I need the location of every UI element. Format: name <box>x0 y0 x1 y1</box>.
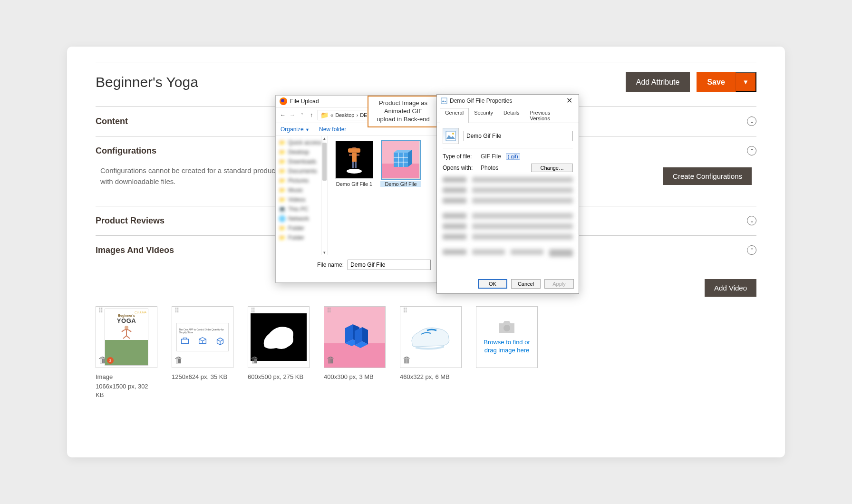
path-segment[interactable]: DE <box>360 112 367 118</box>
folder-icon: 📁 <box>320 111 329 119</box>
caret-down-icon: ▼ <box>743 78 749 86</box>
path-chevron-icon: « <box>330 112 333 118</box>
tab-general[interactable]: General <box>440 108 469 123</box>
path-chevron-icon: › <box>356 112 358 118</box>
filename-input[interactable] <box>348 260 431 270</box>
svg-rect-5 <box>352 153 357 162</box>
thumbnail-preview: ◯ LUMA Beginner's YOGA 3 <box>105 309 148 366</box>
thumbnail-caption: 600x500 px, 275 KB <box>248 373 310 381</box>
filename-label: File name: <box>317 262 344 268</box>
path-segment[interactable]: Desktop <box>335 112 354 118</box>
dialog-sidebar[interactable]: 📁Quick access 📁Desktop 📁Downloads 📁Docum… <box>276 136 328 255</box>
configurations-message: Configurations cannot be created for a s… <box>100 165 281 187</box>
divider <box>96 62 756 62</box>
image-thumbnail[interactable]: ⠿ 🗑 <box>400 306 462 368</box>
firefox-icon <box>280 97 287 105</box>
add-video-button[interactable]: Add Video <box>705 279 756 297</box>
trash-icon[interactable]: 🗑 <box>98 355 107 365</box>
svg-rect-7 <box>355 162 357 168</box>
caret-down-icon: ▼ <box>305 127 310 132</box>
svg-rect-6 <box>352 162 354 168</box>
chevron-down-icon[interactable]: ⌄ <box>747 216 756 225</box>
save-button[interactable]: Save <box>697 72 735 92</box>
file-item[interactable]: Demo Gif File <box>380 141 421 187</box>
organize-menu[interactable]: Organize ▼ <box>281 126 310 133</box>
drag-handle-icon[interactable]: ⠿ <box>174 309 179 312</box>
header-actions: Add Attribute Save ▼ <box>626 72 756 92</box>
ok-button[interactable]: OK <box>478 279 507 289</box>
image-file-icon <box>441 97 447 104</box>
svg-point-12 <box>452 133 454 135</box>
image-thumbnail[interactable]: ⠿ 🗑 <box>248 306 310 368</box>
scroll-thumb[interactable] <box>322 143 327 181</box>
image-thumbnail[interactable]: ⠿ <box>324 306 386 368</box>
save-dropdown-button[interactable]: ▼ <box>736 72 756 92</box>
properties-body: Type of file: GIF File (.gif) Opens with… <box>437 123 579 258</box>
file-properties-dialog: Demo Gif File Properties ✕ General Secur… <box>436 94 579 294</box>
type-value: GIF File <box>481 153 501 160</box>
change-button[interactable]: Change… <box>531 164 573 172</box>
blurred-properties <box>443 177 573 253</box>
callout-line: Product Image as <box>372 99 434 107</box>
recent-dropdown-icon[interactable]: ˅ <box>299 113 305 118</box>
scroll-up-icon[interactable]: ▴ <box>322 136 327 141</box>
drag-handle-icon[interactable]: ⠿ <box>403 309 407 312</box>
filename-input[interactable] <box>464 131 573 141</box>
callout-line: upload in Back-end <box>372 116 434 124</box>
file-label: Demo Gif File 1 <box>334 181 375 187</box>
cancel-button[interactable]: Cancel <box>511 279 541 289</box>
annotation-callout: Product Image as Animated GIF upload in … <box>368 96 439 127</box>
add-attribute-button[interactable]: Add Attribute <box>626 72 690 92</box>
trash-icon[interactable]: 🗑 <box>251 355 259 365</box>
address-bar[interactable]: 📁 « Desktop › DE <box>318 110 370 120</box>
back-icon[interactable]: ← <box>280 112 286 118</box>
chevron-up-icon[interactable]: ⌃ <box>747 146 756 155</box>
save-split-button: Save ▼ <box>697 72 756 92</box>
close-button[interactable]: ✕ <box>563 96 575 105</box>
thumbnail-preview: The One APP to Control Order Quantity fo… <box>176 323 229 351</box>
tab-previous-versions[interactable]: Previous Versions <box>525 108 576 123</box>
file-item[interactable]: Demo Gif File 1 <box>334 141 375 187</box>
thumbnail-figure-icon <box>115 324 138 341</box>
camera-icon <box>497 320 516 335</box>
admin-panel: Beginner's Yoga Add Attribute Save ▼ Con… <box>67 47 785 457</box>
page-title: Beginner's Yoga <box>96 74 198 90</box>
forward-icon[interactable]: → <box>289 112 296 118</box>
dialog-title: Demo Gif File Properties <box>450 97 512 104</box>
dialog-titlebar[interactable]: Demo Gif File Properties ✕ <box>437 95 579 107</box>
callout-line: Animated GIF <box>372 107 434 116</box>
svg-rect-4 <box>348 148 360 153</box>
upload-text: Browse to find or drag image here <box>476 339 537 355</box>
chevron-down-icon[interactable]: ⌄ <box>747 116 756 126</box>
upload-dropzone[interactable]: Browse to find or drag image here <box>476 306 538 368</box>
thumbnail-preview <box>405 318 456 356</box>
create-configurations-button[interactable]: Create Configurations <box>663 167 752 185</box>
trash-icon[interactable]: 🗑 <box>327 355 335 365</box>
image-thumbnail[interactable]: ⠿ The One APP to Control Order Quantity … <box>172 306 233 368</box>
drag-handle-icon[interactable]: ⠿ <box>251 309 255 312</box>
scrollbar[interactable]: ▴ ▾ <box>321 136 328 255</box>
thumbnail-caption: 460x322 px, 6 MB <box>400 373 462 381</box>
dialog-title: File Upload <box>290 98 319 105</box>
apply-button[interactable]: Apply <box>544 279 574 289</box>
drag-handle-icon[interactable]: ⠿ <box>327 309 331 312</box>
trash-icon[interactable]: 🗑 <box>403 355 411 365</box>
opens-with-label: Opens with: <box>443 165 476 171</box>
up-icon[interactable]: ↑ <box>308 112 315 118</box>
type-label: Type of file: <box>443 153 476 160</box>
svg-point-0 <box>125 326 128 330</box>
tab-details[interactable]: Details <box>498 108 525 123</box>
tab-security[interactable]: Security <box>469 108 498 123</box>
thumbnail-caption: 1066x1500 px, 302 KB <box>96 382 157 399</box>
svg-rect-9 <box>394 153 408 167</box>
svg-rect-11 <box>446 131 455 141</box>
svg-rect-1 <box>182 339 189 343</box>
trash-icon[interactable]: 🗑 <box>174 355 183 365</box>
image-thumbnail[interactable]: ⠿ ◯ LUMA Beginner's YOGA 3 🗑 <box>96 306 157 368</box>
tab-strip: General Security Details Previous Versio… <box>437 107 579 123</box>
scroll-down-icon[interactable]: ▾ <box>322 250 327 255</box>
drag-handle-icon[interactable]: ⠿ <box>98 309 103 312</box>
chevron-up-icon[interactable]: ⌃ <box>747 245 756 255</box>
file-label: Demo Gif File <box>380 181 421 187</box>
new-folder-button[interactable]: New folder <box>319 126 346 133</box>
